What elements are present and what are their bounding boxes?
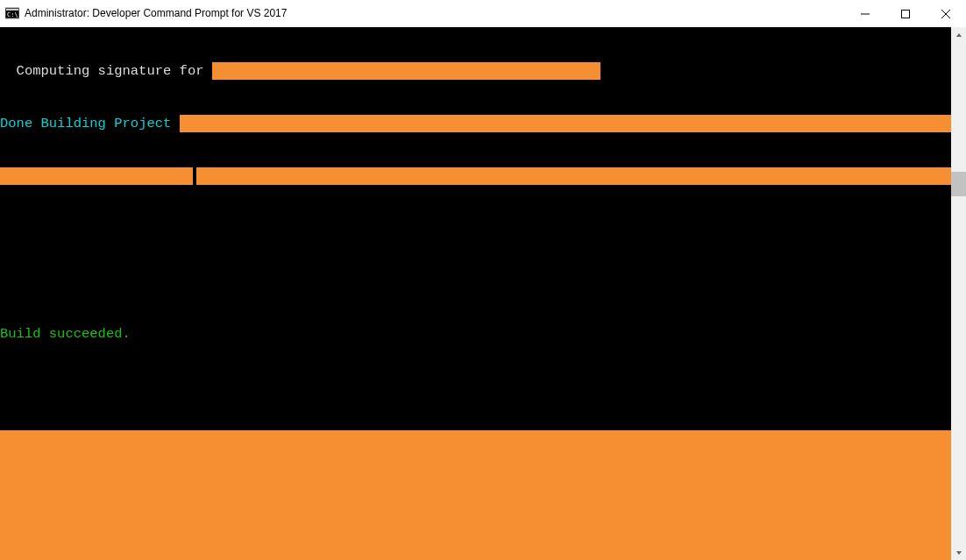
svg-marker-7 [956,33,962,37]
redacted-block [212,62,600,80]
output-line-redacted [0,167,951,185]
svg-text:C:\: C:\ [7,11,18,18]
output-line-computing: Computing signature for [0,62,951,80]
window-title: Administrator: Developer Command Prompt … [25,7,845,19]
blank-line [0,220,951,237]
redacted-block [0,167,193,185]
vertical-scrollbar[interactable] [951,27,966,560]
minimize-button[interactable] [845,0,885,27]
console-container: Computing signature for Done Building Pr… [0,27,966,560]
svg-marker-8 [956,551,962,555]
scroll-up-arrow-icon[interactable] [951,27,966,42]
window-titlebar: C:\ Administrator: Developer Command Pro… [0,0,966,27]
blank-line [0,273,951,290]
computing-signature-text: Computing signature for [0,62,212,80]
close-button[interactable] [926,0,966,27]
window-controls [845,0,966,26]
redacted-block [180,115,951,132]
svg-rect-1 [6,9,18,11]
output-line-done: Done Building Project [0,115,951,132]
build-succeeded-text: Build succeeded. [0,325,951,343]
scroll-down-arrow-icon[interactable] [951,545,966,560]
blank-line [0,378,951,395]
redacted-block [196,167,951,185]
redacted-block-large [0,430,951,560]
done-building-text: Done Building Project [0,115,180,132]
svg-rect-4 [902,10,910,18]
console-output[interactable]: Computing signature for Done Building Pr… [0,27,951,560]
scroll-thumb[interactable] [951,172,966,196]
scroll-track[interactable] [951,42,966,545]
cmd-icon: C:\ [5,6,19,20]
maximize-button[interactable] [885,0,926,27]
